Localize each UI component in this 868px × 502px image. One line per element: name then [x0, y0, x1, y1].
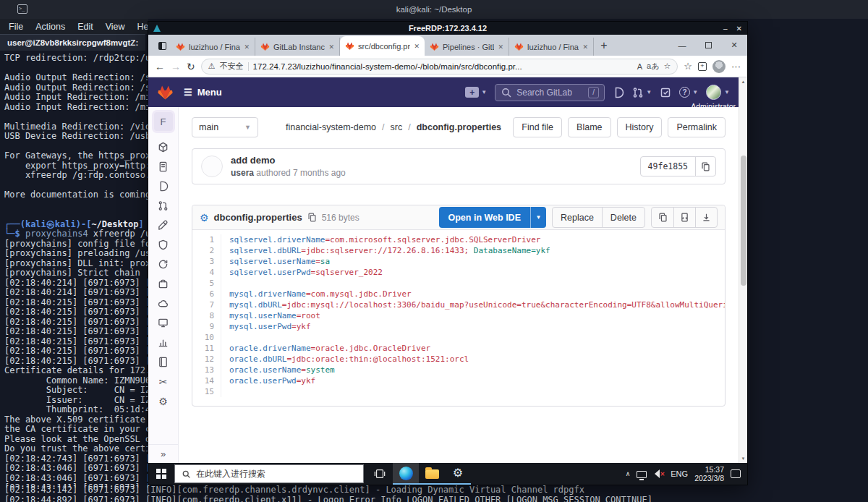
terminal-menu-file[interactable]: File — [9, 22, 23, 32]
start-button[interactable] — [148, 463, 174, 485]
tab-actions-icon[interactable] — [153, 37, 171, 54]
new-tab-button[interactable]: + — [594, 39, 614, 52]
sidebar-item-infrastructure[interactable] — [148, 294, 179, 313]
scrollbar-thumb[interactable] — [741, 156, 746, 286]
terminal-menu-edit[interactable]: Edit — [77, 22, 93, 32]
line-number[interactable]: 12 — [192, 354, 214, 365]
line-number[interactable]: 8 — [192, 310, 214, 321]
gitlab-search-input[interactable]: Search GitLab / — [495, 84, 605, 101]
find-file-button[interactable]: Find file — [513, 117, 562, 137]
volume-muted-icon[interactable]: ✕ — [653, 469, 664, 478]
copy-path-icon[interactable] — [307, 213, 317, 222]
blame-button[interactable]: Blame — [568, 117, 610, 137]
rdp-minimize-button[interactable]: – — [723, 25, 728, 33]
project-avatar[interactable]: F — [154, 112, 173, 131]
copy-file-contents-button[interactable] — [652, 208, 673, 227]
scroll-up-icon[interactable]: ▲ — [739, 80, 747, 84]
taskbar-search-box[interactable]: 在此键入进行搜索 — [174, 464, 364, 483]
help-button[interactable]: ? ▼ — [679, 87, 698, 98]
line-number[interactable]: 14 — [192, 375, 214, 386]
new-menu-button[interactable]: + ▼ — [465, 87, 487, 98]
terminal-tab[interactable]: user@iZ8vb8rkksircpgwf8mvgtZ: — [0, 34, 145, 51]
sidebar-item-ci-cd[interactable] — [148, 216, 179, 235]
back-icon[interactable]: ← — [155, 61, 165, 72]
line-number[interactable]: 5 — [192, 278, 214, 289]
scroll-down-icon[interactable]: ▼ — [739, 456, 747, 461]
gitlab-logo-icon[interactable] — [157, 84, 174, 101]
sidebar-item-deployments[interactable] — [148, 255, 179, 274]
browser-tab[interactable]: luzizhuo / Finan✕ — [509, 38, 594, 56]
action-center-icon[interactable] — [731, 469, 741, 478]
browser-tab-active[interactable]: src/dbconfig.pro✕ — [340, 36, 425, 56]
rdp-close-button[interactable]: ✕ — [736, 25, 742, 33]
sidebar-item-settings[interactable]: ⚙ — [148, 391, 179, 411]
line-number[interactable]: 2 — [192, 245, 214, 256]
open-raw-button[interactable] — [673, 208, 695, 227]
page-scrollbar[interactable]: ▲ ▼ — [739, 77, 747, 463]
replace-button[interactable]: Replace — [553, 208, 602, 227]
sidebar-item-project-information[interactable] — [148, 137, 179, 157]
taskbar-clock[interactable]: 15:37 2023/3/8 — [694, 465, 724, 482]
sidebar-item-analytics[interactable] — [148, 333, 179, 352]
download-button[interactable] — [695, 208, 717, 227]
sidebar-item-wiki[interactable] — [148, 352, 179, 372]
commit-title-link[interactable]: add demo — [231, 155, 346, 166]
history-button[interactable]: History — [617, 117, 663, 137]
favorites-bar-icon[interactable]: ☆ — [684, 61, 692, 72]
sidebar-item-packages-registries[interactable] — [148, 274, 179, 294]
sidebar-expand-button[interactable]: » — [148, 444, 179, 463]
language-indicator[interactable]: ENG — [671, 469, 688, 478]
line-number[interactable]: 13 — [192, 365, 214, 375]
issues-icon[interactable] — [613, 87, 624, 98]
browser-restore-button[interactable] — [695, 35, 721, 56]
browser-minimize-button[interactable]: — — [669, 35, 695, 56]
tab-close-icon[interactable]: ✕ — [498, 43, 503, 51]
delete-button[interactable]: Delete — [602, 208, 644, 227]
branch-selector[interactable]: main ▼ — [192, 117, 258, 137]
line-number[interactable]: 7 — [192, 299, 214, 310]
task-view-button[interactable] — [367, 463, 393, 485]
sidebar-item-repository[interactable] — [148, 157, 179, 176]
line-number[interactable]: 1 — [192, 234, 214, 245]
sidebar-item-snippets[interactable]: ✂ — [148, 372, 179, 391]
taskbar-explorer-button[interactable] — [419, 463, 445, 485]
read-aloud-icon[interactable]: A — [637, 62, 642, 71]
terminal-menu-actions[interactable]: Actions — [35, 22, 65, 32]
breadcrumb-item[interactable]: src — [391, 122, 403, 132]
translate-icon[interactable]: aあ — [647, 61, 659, 72]
forward-icon[interactable]: → — [171, 61, 181, 72]
browser-menu-icon[interactable]: ··· — [731, 61, 741, 72]
line-number[interactable]: 10 — [192, 332, 214, 343]
tab-close-icon[interactable]: ✕ — [582, 43, 588, 51]
line-number[interactable]: 6 — [192, 289, 214, 299]
collections-icon[interactable]: + — [698, 62, 707, 71]
tab-close-icon[interactable]: ✕ — [414, 43, 420, 50]
merge-requests-button[interactable]: ▼ — [632, 87, 652, 98]
rdp-titlebar[interactable]: FreeRDP:172.23.4.12 – ✕ — [148, 22, 747, 35]
sidebar-item-security-compliance[interactable] — [148, 235, 179, 255]
copy-sha-button[interactable] — [695, 157, 715, 176]
commit-author[interactable]: usera — [231, 168, 254, 178]
browser-close-button[interactable]: ✕ — [721, 35, 747, 56]
line-number[interactable]: 3 — [192, 256, 214, 267]
web-ide-dropdown-caret[interactable]: ▼ — [530, 207, 546, 228]
sidebar-item-issues[interactable] — [148, 176, 179, 196]
address-bar[interactable]: ⚠ 不安全 172.24.7.23/luzizhuo/financial-sys… — [201, 59, 678, 75]
taskbar-edge-button[interactable] — [393, 463, 419, 485]
browser-tab[interactable]: luzizhuo / Finan✕ — [171, 38, 255, 56]
terminal-menu-view[interactable]: View — [106, 22, 125, 32]
tab-close-icon[interactable]: ✕ — [244, 43, 250, 51]
taskbar-settings-button[interactable]: ⚙ — [445, 463, 471, 485]
browser-tab[interactable]: GitLab Instance✕ — [255, 38, 340, 56]
refresh-icon[interactable]: ↻ — [187, 61, 195, 72]
tab-close-icon[interactable]: ✕ — [328, 43, 334, 51]
line-number[interactable]: 11 — [192, 343, 214, 354]
todos-icon[interactable] — [660, 87, 671, 98]
sidebar-item-monitor[interactable] — [148, 313, 179, 333]
user-menu-button[interactable]: ▼ Administrator — [706, 85, 730, 100]
breadcrumb-item[interactable]: financial-system-demo — [286, 122, 376, 132]
sidebar-item-merge-requests[interactable] — [148, 196, 179, 216]
network-icon[interactable] — [637, 471, 647, 478]
open-in-web-ide-button[interactable]: Open in Web IDE — [439, 207, 530, 228]
line-number[interactable]: 9 — [192, 321, 214, 332]
